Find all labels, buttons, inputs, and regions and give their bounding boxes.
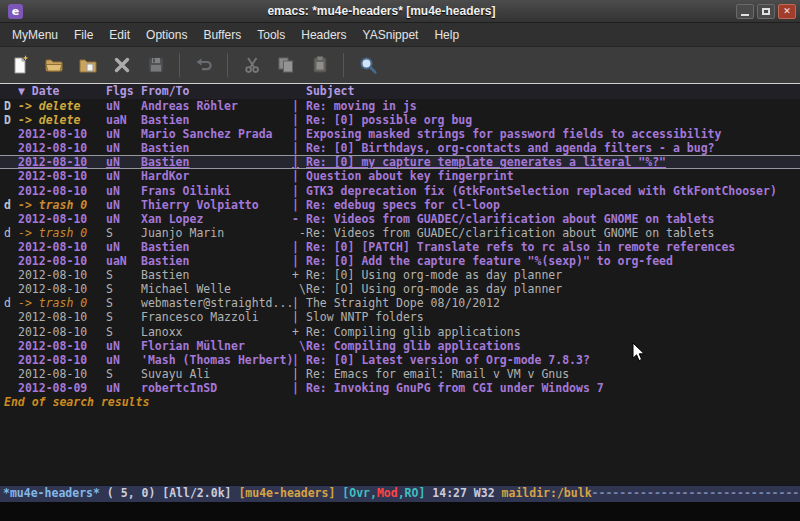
menubar: MyMenuFileEditOptionsBuffersToolsHeaders… xyxy=(0,23,800,47)
cell-subj: Re: [0] Add the capture feature "%(sexp)… xyxy=(306,254,800,268)
buffer-area: ▼ Date Flgs From/To Subject D-> deleteuN… xyxy=(0,84,800,485)
toolbar-separator xyxy=(179,53,180,77)
message-row[interactable]: 2012-08-10SLanoxx+Re: Compiling glib app… xyxy=(0,325,800,339)
cell-subj: Re: Compiling glib applications xyxy=(306,339,800,353)
message-row[interactable]: 2012-08-09uNrobertcInSD|Re: Invoking Gnu… xyxy=(0,381,800,395)
message-row[interactable]: d-> trash 0Swebmaster@straightd...|The S… xyxy=(0,296,800,310)
menu-item-mymenu[interactable]: MyMenu xyxy=(4,25,66,45)
message-row[interactable]: 2012-08-10uNFrans Oilinki|GTK3 deprecati… xyxy=(0,184,800,198)
toolbar-separator xyxy=(343,53,344,77)
message-row[interactable]: 2012-08-10SMichael Welle \Re: [O] Using … xyxy=(0,282,800,296)
search-button[interactable] xyxy=(354,52,381,79)
message-row[interactable]: 2012-08-10uNXan Lopez-Re: Videos from GU… xyxy=(0,212,800,226)
cell-flags: uN xyxy=(106,381,141,395)
menu-item-edit[interactable]: Edit xyxy=(101,25,138,45)
message-row[interactable]: 2012-08-10uNHardKor|Question about key f… xyxy=(0,169,800,183)
cell-date: 2012-08-10 xyxy=(18,184,106,198)
message-row[interactable]: 2012-08-10uNFlorian Müllner \Re: Compili… xyxy=(0,339,800,353)
message-row[interactable]: 2012-08-10uNMario Sanchez Prada|Exposing… xyxy=(0,127,800,141)
folder-icon xyxy=(78,55,98,75)
column-subject[interactable]: Subject xyxy=(306,84,800,99)
cell-date: 2012-08-10 xyxy=(18,353,106,367)
cut-button[interactable] xyxy=(238,52,265,79)
cell-mark xyxy=(0,282,18,296)
message-row[interactable]: d-> trash 0SJuanjo Marin -Re: Videos fro… xyxy=(0,226,800,240)
cell-date: -> trash 0 xyxy=(18,296,106,310)
cell-date: 2012-08-10 xyxy=(18,339,106,353)
cell-mark xyxy=(0,169,18,183)
message-row[interactable]: 2012-08-10uNBastien|Re: [0] my capture t… xyxy=(0,155,800,169)
cell-flags: uN xyxy=(106,155,141,169)
emacs-icon: e xyxy=(8,4,23,19)
copy-icon xyxy=(276,55,296,75)
cell-subj: Question about key fingerprint xyxy=(306,169,800,183)
cell-flags: S xyxy=(106,282,141,296)
cell-from: Bastien xyxy=(141,268,292,282)
cell-date: -> delete xyxy=(18,113,106,127)
modeline-buffer-name: *mu4e-headers* xyxy=(3,486,100,500)
menu-item-headers[interactable]: Headers xyxy=(293,25,354,45)
cell-from: Xan Lopez xyxy=(141,212,292,226)
kill-buffer-button[interactable] xyxy=(108,52,135,79)
cell-sep: | xyxy=(292,240,306,254)
cell-flags: uN xyxy=(106,353,141,367)
echo-area[interactable] xyxy=(0,502,800,521)
header-line: ▼ Date Flgs From/To Subject xyxy=(0,84,800,99)
menu-item-yasnippet[interactable]: YASnippet xyxy=(355,25,427,45)
titlebar[interactable]: e emacs: *mu4e-headers* [mu4e-headers] ✕ xyxy=(0,0,800,23)
modeline-maildir: maildir:/bulk xyxy=(502,486,592,500)
paste-button[interactable] xyxy=(306,52,333,79)
cell-sep: | xyxy=(292,381,306,395)
cell-subj: Exposing masked strings for password fie… xyxy=(306,127,800,141)
message-row[interactable]: 2012-08-10SFrancesco Mazzoli|Slow NNTP f… xyxy=(0,310,800,324)
cell-subj: Re: Emacs for email: Rmail v VM v Gnus xyxy=(306,367,800,381)
cell-mark xyxy=(0,212,18,226)
cell-sep: \ xyxy=(292,282,306,296)
cell-sep: + xyxy=(292,325,306,339)
new-file-icon xyxy=(10,55,30,75)
message-row[interactable]: 2012-08-10uNBastien|Re: [0] [PATCH] Tran… xyxy=(0,240,800,254)
minimize-button[interactable] xyxy=(736,4,754,19)
modeline-major-mode: [mu4e-headers] xyxy=(238,486,335,500)
save-button[interactable] xyxy=(142,52,169,79)
cell-date: 2012-08-10 xyxy=(18,325,106,339)
cell-mark xyxy=(0,339,18,353)
cell-sep: | xyxy=(292,141,306,155)
close-button[interactable]: ✕ xyxy=(778,4,796,19)
message-row[interactable]: 2012-08-10uNBastien|Re: [0] Birthdays, o… xyxy=(0,141,800,155)
cell-date: 2012-08-10 xyxy=(18,268,106,282)
undo-button[interactable] xyxy=(190,52,217,79)
cell-mark xyxy=(0,240,18,254)
cell-sep: | xyxy=(292,127,306,141)
message-row[interactable]: D-> deleteuNAndreas Röhler|Re: moving in… xyxy=(0,99,800,113)
cell-from: Andreas Röhler xyxy=(141,99,292,113)
message-row[interactable]: 2012-08-10SBastien+Re: [0] Using org-mod… xyxy=(0,268,800,282)
menu-item-tools[interactable]: Tools xyxy=(249,25,293,45)
message-row[interactable]: D-> deleteuaNBastien|Re: [0] possible or… xyxy=(0,113,800,127)
column-from[interactable]: From/To xyxy=(141,84,292,99)
message-row[interactable]: 2012-08-10SSuvayu Ali|Re: Emacs for emai… xyxy=(0,367,800,381)
copy-button[interactable] xyxy=(272,52,299,79)
column-date[interactable]: ▼ Date xyxy=(18,84,106,99)
message-row[interactable]: 2012-08-10uaNBastien|Re: [0] Add the cap… xyxy=(0,254,800,268)
menu-item-file[interactable]: File xyxy=(66,25,101,45)
menu-item-options[interactable]: Options xyxy=(138,25,195,45)
open-file-button[interactable] xyxy=(40,52,67,79)
column-flags[interactable]: Flgs xyxy=(106,84,141,99)
cell-flags: S xyxy=(106,367,141,381)
maximize-button[interactable] xyxy=(757,4,775,19)
new-file-button[interactable] xyxy=(6,52,33,79)
cell-subj: Re: Videos from GUADEC/clarification abo… xyxy=(306,212,800,226)
cell-sep: | xyxy=(292,198,306,212)
cell-flags: S xyxy=(106,296,141,310)
message-row[interactable]: d-> trash 0uNThierry Volpiatto|Re: edebu… xyxy=(0,198,800,212)
cell-flags: uN xyxy=(106,141,141,155)
message-row[interactable]: 2012-08-10uN'Mash (Thomas Herbert)|Re: [… xyxy=(0,353,800,367)
menu-item-help[interactable]: Help xyxy=(426,25,467,45)
cell-date: 2012-08-10 xyxy=(18,254,106,268)
menu-item-buffers[interactable]: Buffers xyxy=(195,25,249,45)
cell-from: 'Mash (Thomas Herbert) xyxy=(141,353,292,367)
cell-from: Michael Welle xyxy=(141,282,292,296)
folder-button[interactable] xyxy=(74,52,101,79)
modeline[interactable]: *mu4e-headers* ( 5, 0) [All/2.0k] [mu4e-… xyxy=(0,485,800,502)
